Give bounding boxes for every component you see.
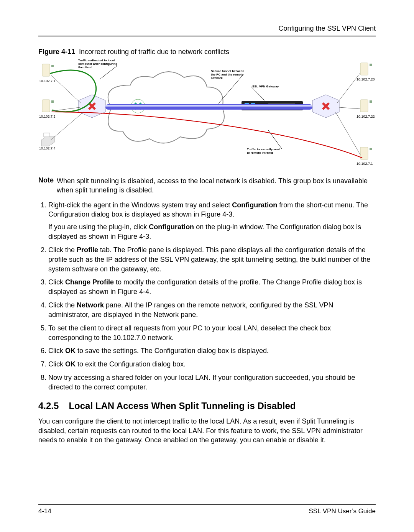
steps-list: Right-click the agent in the Windows sys… (38, 200, 376, 392)
svg-rect-9 (360, 63, 368, 75)
section-body: You can configure the client to not inte… (38, 417, 376, 445)
footer-doc-title: SSL VPN User’s Guide (309, 507, 376, 515)
svg-line-23 (51, 112, 84, 140)
svg-rect-8 (44, 133, 50, 137)
header-rule (38, 36, 376, 36)
svg-rect-5 (42, 100, 50, 112)
printer-icon (41, 133, 54, 146)
svg-text:10.102.7.1: 10.102.7.1 (39, 79, 56, 83)
svg-rect-12 (370, 100, 372, 103)
svg-text:10.102.7.22: 10.102.7.22 (356, 115, 375, 118)
step-item: Now try accessing a shared folder on you… (48, 373, 376, 392)
anno-redirect: Traffic redirected to localcomputer afte… (78, 59, 117, 69)
svg-rect-4 (51, 65, 54, 67)
svg-line-21 (51, 76, 81, 103)
svg-line-29 (251, 87, 264, 100)
footer-page-number: 4-14 (38, 507, 51, 515)
step-item: Click OK to exit the Configuration dialo… (48, 360, 376, 369)
step-item: Click the Profile tab. The Profile pane … (48, 245, 376, 274)
anno-tunnel: Secure tunnel betweenthe PC and the remo… (211, 69, 244, 80)
svg-rect-3 (42, 64, 50, 76)
note-text: When split tunneling is disabled, access… (57, 176, 376, 195)
section-heading: 4.2.5Local LAN Access When Split Tunneli… (38, 401, 376, 411)
anno-wrong: Traffic incorrectly sentto remote intran… (247, 148, 280, 154)
svg-text:10.102.7.4: 10.102.7.4 (39, 146, 56, 150)
page-footer: 4-14 SSL VPN User’s Guide (38, 504, 376, 515)
svg-rect-11 (360, 100, 368, 112)
svg-line-27 (100, 66, 117, 79)
figure-caption-text: Incorrect routing of traffic due to netw… (79, 48, 229, 56)
step-item: Click OK to save the settings. The Confi… (48, 346, 376, 356)
figure-label: Figure 4-11 (38, 48, 75, 56)
anno-gateway: SSL VPN Gateway (252, 85, 279, 88)
pc-icon (42, 64, 54, 76)
svg-text:10.102.7.1: 10.102.7.1 (356, 162, 373, 166)
svg-rect-6 (51, 100, 54, 103)
step-item: Right-click the agent in the Windows sys… (48, 200, 376, 241)
svg-line-30 (268, 130, 282, 149)
svg-rect-20 (105, 105, 312, 107)
figure-caption: Figure 4-11 Incorrect routing of traffic… (38, 48, 376, 56)
svg-marker-7 (41, 136, 54, 146)
note-block: Note When split tunneling is disabled, a… (38, 176, 376, 195)
svg-rect-10 (370, 64, 372, 66)
svg-text:10.102.7.2: 10.102.7.2 (39, 115, 56, 118)
svg-text:10.102.7.20: 10.102.7.20 (356, 77, 375, 81)
step-item: Click Change Profile to modify the confi… (48, 277, 376, 297)
section-title: Local LAN Access When Split Tunneling is… (69, 401, 296, 411)
server-icon (360, 100, 372, 112)
section-number: 4.2.5 (38, 401, 59, 411)
running-header: Configuring the SSL VPN Client (38, 25, 376, 33)
figure-diagram: Traffic redirected to localcomputer afte… (38, 58, 376, 169)
note-label: Note (38, 176, 54, 195)
step-item: Click the Network pane. All the IP range… (48, 300, 376, 320)
svg-rect-14 (370, 148, 372, 150)
step-item: To set the client to direct all requests… (48, 323, 376, 343)
svg-line-25 (339, 107, 360, 109)
server-icon (360, 63, 372, 75)
